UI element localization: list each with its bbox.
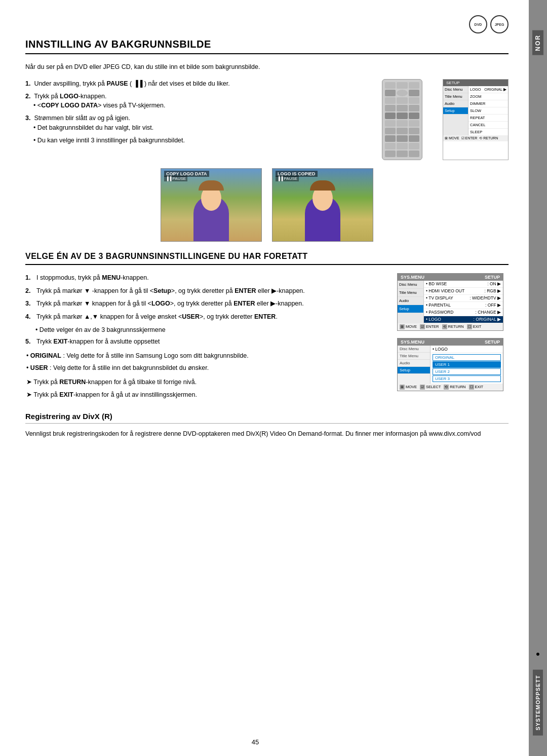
- jpeg-icon: JPEG: [490, 15, 509, 33]
- screenshot-logo-copied: LOGO IS COPIED ▐▐ PAUSE: [272, 168, 373, 242]
- section3: Registrering av DivX (R) Vennligst bruk …: [25, 412, 509, 439]
- section2-menus: SYS.MENU SETUP Disc Menu Title Menu Audi…: [397, 273, 509, 402]
- logo-copied-sublabel: ▐▐ PAUSE: [276, 176, 299, 181]
- registrering-title: Registrering av DivX (R): [25, 412, 509, 424]
- systemoppsett-bullet: ●: [536, 650, 540, 658]
- step2-1: 1. I stoppmodus, trykk på MENU-knappen.: [25, 273, 387, 283]
- section1-intro: Når du ser på en DVD eller JPEG CD, kan …: [25, 62, 509, 72]
- section1: DVD JPEG INNSTILLING AV BAKGRUNNSBILDE N…: [25, 15, 509, 242]
- tv-menu-mock: SETUP Disc Menu Title Menu Audio Setup L…: [443, 79, 509, 160]
- section2: VELGE ÉN AV DE 3 BAGRUNNSINNSTILLINGENE …: [25, 252, 509, 402]
- remote-image: [382, 79, 433, 160]
- steps-list-2: 1. I stoppmodus, trykk på MENU-knappen. …: [25, 273, 387, 322]
- section1-steps: 1. Under avspilling, trykk på PAUSE ( ▐▐…: [25, 79, 372, 160]
- page-number: 45: [0, 738, 511, 746]
- step1-2: 2. Trykk på LOGO-knappen. <COPY LOGO DAT…: [25, 92, 372, 111]
- step2-3: 3. Trykk på markør ▼ knappen for å gå ti…: [25, 299, 387, 309]
- step1-3: 3. Strømmen blir slått av og på igjen. D…: [25, 114, 372, 145]
- step2-5: 5. Trykk EXIT-knappen for å avslutte opp…: [25, 337, 387, 347]
- menu2-header: SYS.MENU SETUP: [398, 338, 503, 346]
- menu1-header: SYS.MENU SETUP: [398, 274, 503, 281]
- steps-list-2b: 5. Trykk EXIT-knappen for å avslutte opp…: [25, 337, 387, 347]
- section1-title: INNSTILLING AV BAKGRUNNSBILDE: [25, 39, 509, 54]
- copy-logo-sublabel: ▐▐ PAUSE: [164, 176, 187, 181]
- section2-title: VELGE ÉN AV DE 3 BAGRUNNSINNSTILLINGENE …: [25, 252, 509, 265]
- section2-steps-col: 1. I stoppmodus, trykk på MENU-knappen. …: [25, 273, 387, 402]
- step1-1: 1. Under avspilling, trykk på PAUSE ( ▐▐…: [25, 79, 372, 89]
- menu-mock-1: SYS.MENU SETUP Disc Menu Title Menu Audi…: [397, 273, 503, 331]
- section2-content: 1. I stoppmodus, trykk på MENU-knappen. …: [25, 273, 509, 402]
- right-tab: NOR ● SYSTEMOPPSETT: [529, 0, 547, 756]
- registrering-text: Vennligst bruk registreringskoden for å …: [25, 429, 509, 439]
- section1-content: 1. Under avspilling, trykk på PAUSE ( ▐▐…: [25, 79, 509, 160]
- tab-nor: NOR: [532, 30, 543, 55]
- tab-systemoppsett: SYSTEMOPPSETT: [533, 670, 543, 736]
- menu1-footer: ⊠ MOVE ☑ ENTER ⟲ RETURN ☐ EXIT: [398, 323, 503, 330]
- step2-4: 4. Trykk på markør ▲,▼ knappen for å vel…: [25, 312, 387, 322]
- dvd-icon: DVD: [469, 15, 487, 33]
- menu2-footer: ⊠ MOVE ☑ SELECT ⟲ RETURN ☐ EXIT: [398, 384, 503, 391]
- page-container: DVD JPEG INNSTILLING AV BAKGRUNNSBILDE N…: [0, 0, 547, 756]
- main-content: DVD JPEG INNSTILLING AV BAKGRUNNSBILDE N…: [0, 0, 529, 756]
- step-list-1: 1. Under avspilling, trykk på PAUSE ( ▐▐…: [25, 79, 372, 145]
- screenshots-row: COPY LOGO DATA ▐▐ PAUSE LOGO IS COPIED: [25, 168, 509, 242]
- menu-mock-2: SYS.MENU SETUP Disc Menu Title Menu Audi…: [397, 338, 503, 391]
- step2-2: 2. Trykk på markør ▼ -knappen for å gå t…: [25, 286, 387, 296]
- icons-row: DVD JPEG: [25, 15, 509, 33]
- screenshot-copy-logo: COPY LOGO DATA ▐▐ PAUSE: [161, 168, 262, 242]
